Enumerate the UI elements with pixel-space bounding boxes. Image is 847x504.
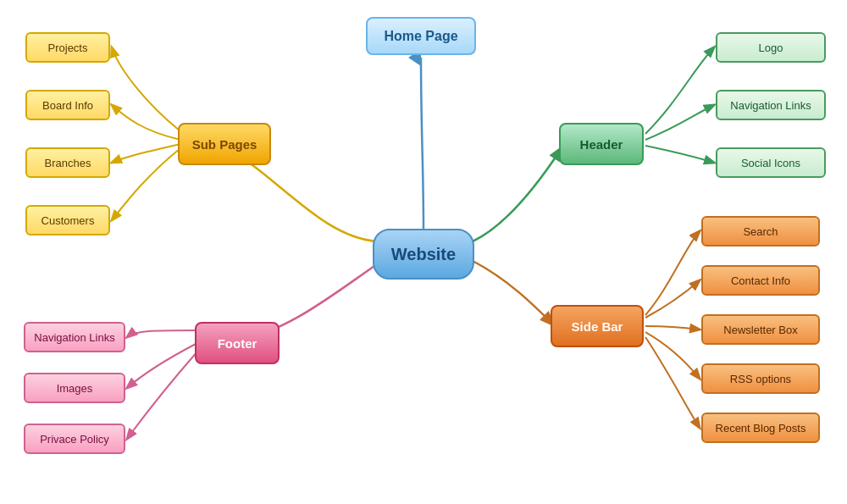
boardinfo-node: Board Info bbox=[25, 90, 110, 120]
logo-node: Logo bbox=[716, 32, 826, 63]
newsletter-node: Newsletter Box bbox=[701, 314, 820, 345]
homepage-node: Home Page bbox=[366, 17, 476, 55]
website-node: Website bbox=[373, 229, 474, 280]
recent-blog-node: Recent Blog Posts bbox=[701, 413, 820, 443]
projects-node: Projects bbox=[25, 32, 110, 63]
header-node: Header bbox=[559, 123, 644, 165]
privacy-node: Privace Policy bbox=[24, 424, 125, 454]
footer-nav-node: Navigation Links bbox=[24, 322, 125, 352]
branches-node: Branches bbox=[25, 147, 110, 178]
contact-info-node: Contact Info bbox=[701, 265, 820, 296]
rss-options-node: RSS options bbox=[701, 363, 820, 394]
images-node: Images bbox=[24, 373, 125, 403]
search-node: Search bbox=[701, 216, 820, 246]
nav-links-header-node: Navigation Links bbox=[716, 90, 826, 120]
footer-node: Footer bbox=[195, 322, 280, 364]
social-icons-node: Social Icons bbox=[716, 147, 826, 178]
subpages-node: Sub Pages bbox=[178, 123, 271, 165]
sidebar-node: Side Bar bbox=[551, 305, 644, 347]
customers-node: Customers bbox=[25, 205, 110, 235]
